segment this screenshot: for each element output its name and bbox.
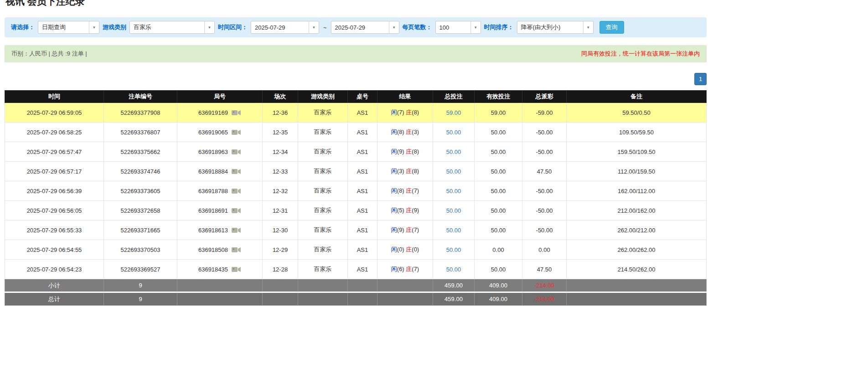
- valid-bet-cell: 50.00: [475, 162, 522, 181]
- total-bet-link[interactable]: 50.00: [446, 148, 461, 155]
- total-bet-link[interactable]: 50.00: [446, 168, 461, 175]
- round-id: 636918963: [198, 148, 228, 155]
- banker-score: (8): [412, 109, 419, 116]
- time-cell: 2025-07-29 06:59:05: [5, 103, 104, 123]
- total-bet-cell: 59.00: [433, 103, 475, 123]
- session-cell: 12-34: [263, 142, 298, 162]
- total-bet-cell: 50.00: [433, 220, 475, 240]
- total-bet-link[interactable]: 59.00: [446, 109, 461, 116]
- banker-result: 庄: [406, 207, 412, 214]
- info-bar: 币别：人民币 | 总共 :9 注单 | 同局有效投注，统一计算在该局第一张注单内: [5, 45, 707, 62]
- game-type-cell: 百家乐: [298, 162, 348, 181]
- player-result: 闲: [391, 226, 397, 233]
- round-id-cell: 636919065: [177, 123, 263, 142]
- time-cell: 2025-07-29 06:57:47: [5, 142, 104, 162]
- game-type-cell: 百家乐: [298, 181, 348, 201]
- column-header-total-bet: 总投注: [433, 91, 475, 103]
- game-type-value: 百家乐: [130, 23, 204, 31]
- table-row: 2025-07-29 06:58:25522693376807636919065…: [5, 123, 707, 142]
- summary-empty-cell: [348, 292, 377, 306]
- game-type-cell: 百家乐: [298, 103, 348, 123]
- payout-cell: -50.00: [522, 220, 567, 240]
- player-result: 闲: [391, 128, 397, 135]
- payout-cell: -59.00: [522, 103, 567, 123]
- player-result: 闲: [391, 207, 397, 214]
- date-start-dropdown[interactable]: 2025-07-29 ▼: [251, 21, 319, 34]
- bet-id-cell: 522693374746: [104, 162, 177, 181]
- replay-video-icon[interactable]: [231, 168, 241, 175]
- page-title: 视讯 会员下注纪录: [5, 0, 707, 7]
- valid-bet-cell: 50.00: [475, 220, 522, 240]
- note-cell: 112.00/159.50: [567, 162, 707, 181]
- session-cell: 12-28: [263, 260, 298, 279]
- game-type-cell: 百家乐: [298, 220, 348, 240]
- bet-id-cell: 522693371665: [104, 220, 177, 240]
- total-bet-link[interactable]: 50.00: [446, 227, 461, 234]
- table-row: 2025-07-29 06:59:05522693377908636919169…: [5, 103, 707, 123]
- round-id: 636918435: [198, 266, 228, 273]
- payout-cell: -50.00: [522, 142, 567, 162]
- total-bet-link[interactable]: 50.00: [446, 129, 461, 136]
- round-id-cell: 636918435: [177, 260, 263, 279]
- total-bet-link[interactable]: 50.00: [446, 188, 461, 194]
- note-cell: 262.00/212.00: [567, 220, 707, 240]
- total-bet-cell: 50.00: [433, 260, 475, 279]
- replay-video-icon[interactable]: [231, 246, 241, 253]
- payout-cell: 47.50: [522, 260, 567, 279]
- replay-video-icon[interactable]: [231, 207, 241, 214]
- game-type-cell: 百家乐: [298, 260, 348, 279]
- payout-cell: 0.00: [522, 240, 567, 260]
- time-sort-value: 降幂(由大到小): [517, 23, 583, 31]
- chevron-down-icon: ▼: [89, 21, 99, 33]
- summary-count: 9: [104, 279, 177, 292]
- player-result: 闲: [391, 187, 397, 194]
- replay-video-icon[interactable]: [231, 266, 241, 273]
- session-cell: 12-33: [263, 162, 298, 181]
- replay-video-icon[interactable]: [231, 148, 241, 155]
- summary-valid-bet: 409.00: [475, 292, 522, 306]
- valid-bet-cell: 59.00: [475, 103, 522, 123]
- game-type-dropdown[interactable]: 百家乐 ▼: [129, 21, 215, 34]
- result-cell: 闲(8) 庄(3): [377, 123, 433, 142]
- player-score: (6): [397, 266, 404, 272]
- select-type-dropdown[interactable]: 日期查询 ▼: [38, 21, 99, 34]
- player-score: (3): [397, 168, 404, 174]
- player-score: (8): [397, 187, 404, 194]
- table-row: 2025-07-29 06:54:55522693370503636918508…: [5, 240, 707, 260]
- time-sort-dropdown[interactable]: 降幂(由大到小) ▼: [517, 21, 594, 34]
- currency-summary-text: 币别：人民币 | 总共 :9 注单 |: [11, 50, 87, 58]
- page-size-dropdown[interactable]: 100 ▼: [435, 21, 481, 34]
- summary-empty-cell: [567, 279, 707, 292]
- replay-video-icon[interactable]: [231, 129, 241, 136]
- session-cell: 12-35: [263, 123, 298, 142]
- banker-score: (3): [412, 128, 419, 135]
- page-size-label: 每页笔数：: [403, 23, 432, 31]
- table-no-cell: AS1: [348, 162, 377, 181]
- payout-cell: -50.00: [522, 201, 567, 220]
- pagination-page-1[interactable]: 1: [694, 73, 707, 85]
- page-title-clip: 视讯 会员下注纪录: [5, 0, 707, 7]
- total-bet-link[interactable]: 50.00: [446, 266, 461, 273]
- result-cell: 闲(5) 庄(9): [377, 201, 433, 220]
- banker-result: 庄: [406, 148, 412, 155]
- bet-records-table: 时间注单编号局号场次游戏类别桌号结果总投注有效投注总派彩备注 2025-07-2…: [5, 90, 707, 306]
- session-cell: 12-30: [263, 220, 298, 240]
- player-result: 闲: [391, 266, 397, 272]
- replay-video-icon[interactable]: [231, 227, 241, 234]
- round-id-cell: 636918884: [177, 162, 263, 181]
- total-bet-cell: 50.00: [433, 162, 475, 181]
- search-button[interactable]: 查询: [599, 21, 624, 34]
- total-bet-link[interactable]: 50.00: [446, 246, 461, 253]
- column-header-session: 场次: [263, 91, 298, 103]
- replay-video-icon[interactable]: [231, 109, 241, 116]
- total-bet-link[interactable]: 50.00: [446, 207, 461, 214]
- time-cell: 2025-07-29 06:54:55: [5, 240, 104, 260]
- player-result: 闲: [391, 148, 397, 155]
- round-id-cell: 636918691: [177, 201, 263, 220]
- replay-video-icon[interactable]: [231, 188, 241, 194]
- total-bet-cell: 50.00: [433, 142, 475, 162]
- round-id: 636918613: [198, 227, 228, 234]
- chevron-down-icon: ▼: [204, 21, 214, 33]
- date-end-dropdown[interactable]: 2025-07-29 ▼: [331, 21, 399, 34]
- summary-empty-cell: [298, 279, 348, 292]
